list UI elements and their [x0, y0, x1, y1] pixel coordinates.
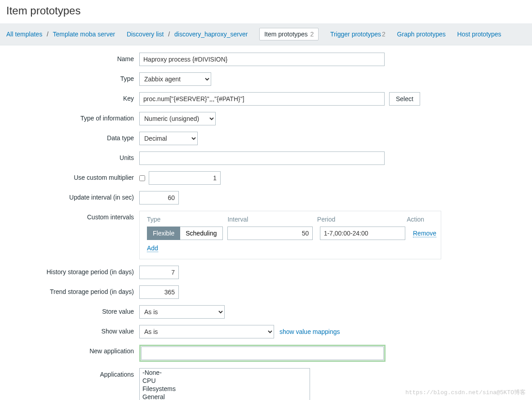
new-application-input[interactable] [141, 347, 384, 360]
applications-listbox[interactable]: -None-CPUFilesystemsGeneralHaproxy Serve… [139, 368, 310, 400]
page-title: Item prototypes [6, 4, 526, 17]
label-history-storage: History storage period (in days) [9, 266, 139, 276]
custom-intervals-box: Type Interval Period Action Flexible Sch… [139, 211, 441, 259]
tab-item-prototypes[interactable]: Item prototypes 2 [259, 28, 319, 40]
list-item[interactable]: CPU [140, 377, 310, 385]
select-button[interactable]: Select [389, 92, 420, 106]
ci-header-type: Type [147, 216, 227, 223]
ci-header-period: Period [317, 216, 407, 223]
ci-header-action: Action [407, 216, 434, 223]
remove-link[interactable]: Remove [413, 230, 436, 237]
breadcrumb-template[interactable]: Template moba server [53, 31, 115, 38]
new-application-highlight [139, 345, 386, 362]
tab-trigger-prototypes[interactable]: Trigger prototypes2 [330, 31, 387, 38]
label-store-value: Store value [9, 305, 139, 315]
list-item[interactable]: Filesystems [140, 385, 310, 393]
type-of-info-select[interactable]: Numeric (unsigned) [139, 112, 216, 125]
trend-storage-input[interactable] [139, 285, 179, 299]
units-input[interactable] [139, 151, 385, 165]
label-custom-intervals: Custom intervals [9, 211, 139, 221]
show-value-select[interactable]: As is [139, 325, 274, 338]
name-input[interactable] [139, 53, 385, 66]
label-units: Units [9, 151, 139, 161]
history-storage-input[interactable] [139, 266, 179, 279]
label-show-value: Show value [9, 325, 139, 335]
list-item[interactable]: -None- [140, 369, 310, 377]
multiplier-input [149, 171, 221, 185]
breadcrumb-discovery-rule[interactable]: discovery_haproxy_server [174, 31, 248, 38]
label-data-type: Data type [9, 132, 139, 142]
label-type: Type [9, 72, 139, 82]
breadcrumb-sep: / [47, 31, 49, 38]
breadcrumb-discovery-list[interactable]: Discovery list [127, 31, 164, 38]
show-value-mappings-link[interactable]: show value mappings [279, 328, 340, 335]
key-input[interactable] [139, 92, 385, 106]
tab-count: 2 [310, 31, 314, 38]
label-new-application: New application [9, 345, 139, 355]
breadcrumb-nav: All templates / Template moba server Dis… [0, 23, 532, 45]
ci-period-input[interactable] [320, 227, 405, 240]
update-interval-input[interactable] [139, 191, 179, 204]
data-type-select[interactable]: Decimal [139, 132, 198, 145]
ci-interval-input[interactable] [227, 227, 313, 240]
multiplier-checkbox[interactable] [139, 175, 145, 181]
tab-label: Item prototypes [264, 31, 308, 38]
label-multiplier: Use custom multiplier [9, 171, 139, 181]
label-applications: Applications [9, 368, 139, 378]
tab-graph-prototypes[interactable]: Graph prototypes [397, 31, 446, 38]
type-select[interactable]: Zabbix agent [139, 72, 211, 86]
tab-host-prototypes[interactable]: Host prototypes [457, 31, 501, 38]
scheduling-button[interactable]: Scheduling [180, 227, 222, 240]
breadcrumb-all-templates[interactable]: All templates [6, 31, 42, 38]
label-type-of-info: Type of information [9, 112, 139, 122]
list-item[interactable]: General [140, 393, 310, 400]
ci-header-interval: Interval [227, 216, 317, 223]
flexible-button[interactable]: Flexible [147, 227, 180, 240]
label-name: Name [9, 53, 139, 62]
add-link[interactable]: Add [147, 244, 158, 252]
tab-count: 2 [382, 31, 386, 38]
breadcrumb-sep: / [168, 31, 170, 38]
label-trend-storage: Trend storage period (in days) [9, 285, 139, 295]
label-update-interval: Update interval (in sec) [9, 191, 139, 201]
label-key: Key [9, 92, 139, 102]
store-value-select[interactable]: As is [139, 305, 225, 319]
